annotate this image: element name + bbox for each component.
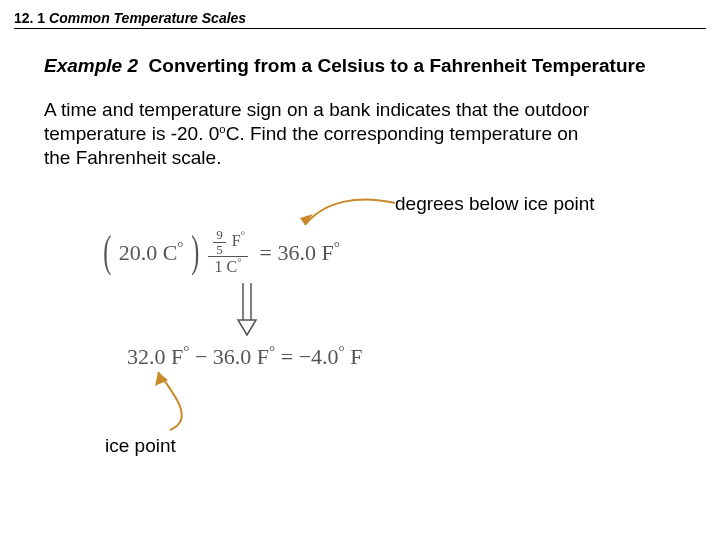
section-title: Common Temperature Scales [49,10,246,26]
body-line3: the Fahrenheit scale. [44,147,221,168]
example-label: Example 2 [44,55,138,76]
equation-2: 32.0 F° − 36.0 F° = −4.0° F [127,342,362,370]
eq1-value: 20.0 C° [119,238,184,266]
annotation-ice-point: ice point [105,435,176,457]
equation-1: ( 20.0 C° ) 9 5 F° 1 C° = 36.0 F° [100,228,340,276]
section-header: 12. 1 Common Temperature Scales [14,10,246,26]
right-paren-icon: ) [191,232,199,272]
svg-marker-4 [155,372,168,386]
example-title: Example 2 Converting from a Celsius to a… [44,55,645,77]
annotation-degrees-below: degrees below ice point [395,193,595,215]
svg-marker-0 [300,214,313,225]
example-subtitle: Converting from a Celsius to a Fahrenhei… [149,55,646,76]
body-line1: A time and temperature sign on a bank in… [44,99,589,120]
eq1-fraction: 9 5 F° 1 C° [208,228,248,276]
left-paren-icon: ( [103,232,111,272]
header-underline [14,28,706,29]
section-number: 12. 1 [14,10,45,26]
body-line2b: C. Find the corresponding temperature on [226,123,579,144]
body-line2a: temperature is -20. 0 [44,123,219,144]
problem-text: A time and temperature sign on a bank in… [44,98,654,170]
eq1-rhs: = 36.0 F° [254,238,340,266]
svg-marker-3 [238,320,256,335]
